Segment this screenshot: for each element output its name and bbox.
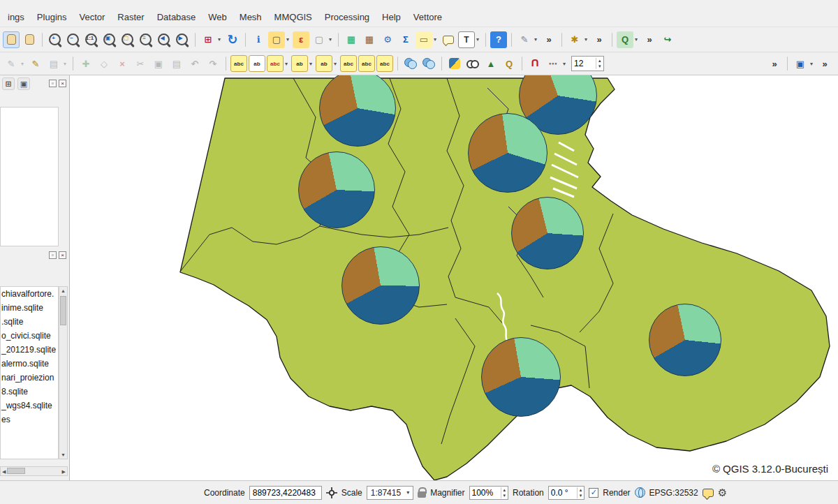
scroll-down-icon[interactable]: ▼ bbox=[61, 451, 66, 459]
dock-tool-icon[interactable]: ⊞ bbox=[2, 77, 15, 90]
chevron-down-icon[interactable]: ▾ bbox=[307, 55, 314, 72]
file-list-item[interactable]: inime.sqlite bbox=[1, 301, 58, 315]
map-canvas[interactable]: © QGIS 3.12.0-București bbox=[70, 75, 838, 480]
file-list-item[interactable]: _201219.sqlite bbox=[1, 343, 58, 357]
vertical-scrollbar[interactable]: ▲ ▼ bbox=[59, 286, 68, 459]
dock-float-button[interactable]: ▫ bbox=[49, 251, 57, 259]
vertex-tool-icon[interactable]: ◇ bbox=[96, 55, 112, 72]
menu-item-mesh[interactable]: Mesh bbox=[233, 10, 268, 24]
quick-tool-icon[interactable]: Q bbox=[501, 55, 517, 72]
menu-item-web[interactable]: Web bbox=[202, 10, 233, 24]
delete-selected-icon[interactable]: × bbox=[114, 55, 131, 72]
file-list-item[interactable]: chiavalfortore. bbox=[1, 287, 58, 301]
layer-labeling-icon[interactable]: abc bbox=[230, 55, 247, 72]
add-feature-icon[interactable]: ✚ bbox=[78, 55, 94, 72]
scroll-up-icon[interactable]: ▲ bbox=[61, 287, 66, 295]
field-calculator-icon[interactable]: ▦ bbox=[361, 31, 378, 48]
annotation-icon[interactable]: ✎ bbox=[516, 31, 533, 48]
label-pin-icon[interactable]: ab bbox=[291, 55, 308, 72]
copy-features-icon[interactable]: ▣ bbox=[150, 55, 167, 72]
chevron-down-icon[interactable]: ▾ bbox=[327, 31, 334, 48]
map-tips-icon[interactable] bbox=[440, 31, 457, 48]
chevron-down-icon[interactable]: ▾ bbox=[61, 55, 68, 72]
chevron-down-icon[interactable]: ▾ bbox=[432, 31, 439, 48]
zoom-full-icon[interactable]: ▣ bbox=[101, 31, 118, 48]
snapping-options-icon[interactable]: ⋯ bbox=[545, 55, 561, 72]
file-list-item[interactable]: es bbox=[1, 413, 58, 427]
file-list-item[interactable]: alermo.sqlite bbox=[1, 357, 58, 371]
python-console-icon[interactable] bbox=[446, 55, 463, 72]
zoom-to-selection-icon[interactable]: ▢ bbox=[119, 31, 136, 48]
chevron-down-icon[interactable]: ▾ bbox=[284, 31, 291, 48]
chevron-down-icon[interactable]: ▾ bbox=[216, 31, 223, 48]
render-checkbox[interactable]: ✓ bbox=[589, 488, 598, 498]
spin-up-icon[interactable]: ▴ bbox=[580, 487, 582, 493]
layout-copy-icon[interactable]: ▣ bbox=[792, 55, 809, 72]
chevron-down-icon[interactable]: ▾ bbox=[332, 55, 339, 72]
epsg-status[interactable]: EPSG:32532 bbox=[649, 488, 698, 498]
toggle-editing-icon[interactable]: ✎ bbox=[27, 55, 44, 72]
lock-scale-icon[interactable] bbox=[418, 491, 426, 498]
menu-item-processing[interactable]: Processing bbox=[318, 10, 376, 24]
toolbar-overflow-icon[interactable]: » bbox=[816, 55, 833, 72]
reverse-geocode-icon[interactable] bbox=[420, 55, 437, 72]
scroll-right-icon[interactable]: ▶ bbox=[62, 468, 66, 475]
horizontal-scrollbar[interactable]: ◀ ▶ bbox=[0, 466, 68, 476]
redo-icon[interactable]: ↷ bbox=[205, 55, 221, 72]
dock-float-button[interactable]: ▫ bbox=[49, 80, 57, 87]
paste-features-icon[interactable]: ▤ bbox=[168, 55, 185, 72]
zoom-to-layer-icon[interactable]: ≡ bbox=[138, 31, 154, 48]
magnifier-input[interactable] bbox=[470, 487, 501, 498]
spin-up-icon[interactable]: ▴ bbox=[503, 487, 506, 493]
toolbar-overflow-icon[interactable]: » bbox=[541, 31, 557, 48]
file-list-item[interactable]: .sqlite bbox=[1, 315, 58, 329]
browser-panel-body[interactable] bbox=[0, 107, 59, 246]
attribute-table-icon[interactable]: ▦ bbox=[343, 31, 360, 48]
scrollbar-thumb[interactable] bbox=[7, 468, 25, 474]
share-icon[interactable]: ↪ bbox=[659, 31, 676, 48]
label-show-hide-icon[interactable]: ab bbox=[316, 55, 332, 72]
help-icon[interactable]: ? bbox=[490, 31, 507, 48]
spin-down-icon[interactable]: ▾ bbox=[503, 493, 506, 498]
chevron-down-icon[interactable]: ▾ bbox=[474, 31, 481, 48]
menu-item-vettore[interactable]: Vettore bbox=[407, 10, 448, 24]
scale-combo[interactable]: 1:87415 ▾ bbox=[367, 486, 413, 500]
toolbar-overflow-icon[interactable]: » bbox=[591, 31, 608, 48]
magnet-icon[interactable]: U bbox=[527, 55, 543, 72]
dock-close-button[interactable]: × bbox=[59, 80, 66, 87]
toolbar-overflow-icon[interactable]: » bbox=[641, 31, 658, 48]
chevron-down-icon[interactable]: ▾ bbox=[582, 31, 589, 48]
measure-icon[interactable]: ▭ bbox=[416, 31, 432, 48]
metasearch-icon[interactable]: Q bbox=[617, 31, 633, 48]
rotation-input[interactable] bbox=[549, 487, 577, 498]
chevron-down-icon[interactable]: ▾ bbox=[283, 55, 290, 72]
menu-item-raster[interactable]: Raster bbox=[111, 10, 150, 24]
crs-globe-icon[interactable] bbox=[635, 487, 645, 498]
new-map-view-icon[interactable]: ⊞ bbox=[200, 31, 216, 48]
pan-to-selection-icon[interactable] bbox=[21, 31, 38, 48]
rotation-spinner[interactable]: ▴ ▾ bbox=[548, 486, 585, 500]
spin-up-icon[interactable]: ▴ bbox=[598, 58, 601, 64]
extent-tracking-icon[interactable] bbox=[326, 487, 337, 498]
label-single-icon[interactable]: ab bbox=[249, 55, 265, 72]
pan-icon[interactable] bbox=[3, 31, 20, 48]
file-list-item[interactable]: o_civici.sqlite bbox=[1, 329, 58, 343]
menu-item-help[interactable]: Help bbox=[376, 10, 407, 24]
label-options-icon[interactable]: abc bbox=[267, 55, 284, 72]
label-change-icon[interactable]: abc bbox=[376, 55, 393, 72]
dock-close-button[interactable]: × bbox=[59, 251, 66, 259]
file-list-item[interactable]: nari_proiezion bbox=[1, 371, 58, 385]
scrollbar-track[interactable] bbox=[6, 467, 61, 475]
text-annotation-icon[interactable]: T bbox=[458, 31, 475, 48]
search-icon[interactable] bbox=[464, 55, 481, 72]
zoom-last-icon[interactable]: ◀ bbox=[156, 31, 172, 48]
gear-icon[interactable]: ⚙ bbox=[718, 487, 727, 499]
coordinate-input[interactable] bbox=[249, 486, 322, 500]
chevron-down-icon[interactable]: ▾ bbox=[19, 55, 26, 72]
cut-features-icon[interactable]: ✂ bbox=[132, 55, 149, 72]
wand-icon[interactable]: ✱ bbox=[566, 31, 583, 48]
spin-down-icon[interactable]: ▾ bbox=[598, 64, 601, 69]
menu-item-settings-partial[interactable]: ings bbox=[1, 10, 31, 24]
menu-item-mmqgis[interactable]: MMQGIS bbox=[268, 10, 318, 24]
menu-item-plugins[interactable]: Plugins bbox=[31, 10, 73, 24]
